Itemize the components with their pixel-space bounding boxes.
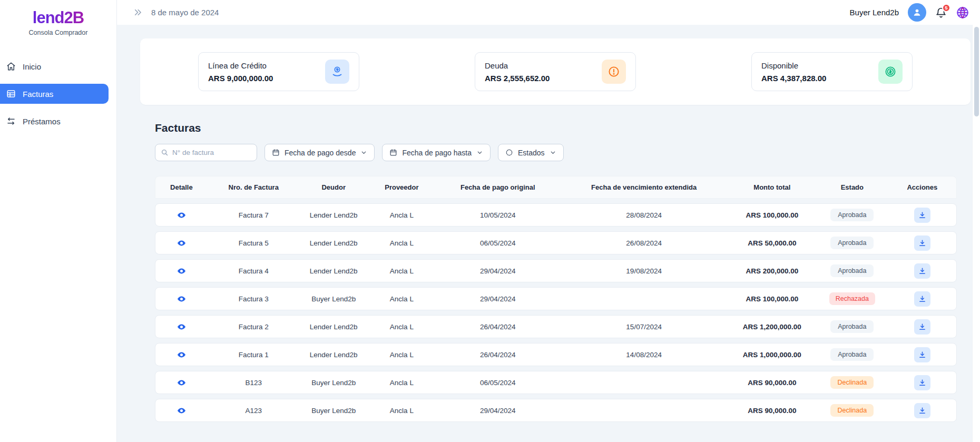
invoice-number: Factura 5 bbox=[208, 239, 300, 247]
transfer-icon bbox=[6, 116, 16, 126]
card-title: Deuda bbox=[485, 61, 550, 70]
notifications-button[interactable]: 5 bbox=[935, 7, 947, 18]
table-body: Factura 7Lender Lend2bAncla L10/05/20242… bbox=[155, 203, 957, 422]
view-detail-button[interactable] bbox=[175, 349, 188, 361]
provider: Ancla L bbox=[368, 407, 436, 415]
total-amount: ARS 1,200,000.00 bbox=[728, 323, 816, 331]
original-pay-date: 26/04/2024 bbox=[436, 351, 560, 359]
language-globe-icon[interactable] bbox=[956, 6, 969, 19]
column-header: Monto total bbox=[728, 183, 816, 191]
download-button[interactable] bbox=[914, 208, 930, 223]
user-avatar[interactable] bbox=[908, 3, 926, 22]
filter-label: Estados bbox=[518, 149, 545, 157]
total-amount: ARS 100,000.00 bbox=[728, 295, 816, 303]
card-amount: ARS 9,000,000.00 bbox=[208, 74, 273, 83]
sidebar-item-facturas[interactable]: Facturas bbox=[0, 84, 109, 104]
table-row: B123Buyer Lend2bAncla L06/05/2024ARS 90,… bbox=[155, 371, 957, 394]
eye-icon bbox=[177, 294, 186, 303]
scrollbar-thumb[interactable] bbox=[974, 27, 979, 116]
download-icon bbox=[918, 267, 926, 275]
eye-icon bbox=[177, 211, 186, 220]
column-header: Nro. de Factura bbox=[208, 183, 300, 191]
sidebar-item-label: Préstamos bbox=[23, 117, 61, 126]
invoice-number: Factura 7 bbox=[208, 211, 300, 219]
sidebar-item-inicio[interactable]: Inicio bbox=[0, 56, 116, 76]
total-amount: ARS 200,000.00 bbox=[728, 267, 816, 275]
table-row: Factura 3Buyer Lend2bAncla L29/04/2024AR… bbox=[155, 287, 957, 310]
states-filter[interactable]: Estados bbox=[498, 144, 564, 161]
search-input[interactable] bbox=[172, 149, 251, 156]
table-row: A123Buyer Lend2bAncla L29/04/2024ARS 90,… bbox=[155, 399, 957, 422]
status-badge: Aprobada bbox=[830, 237, 874, 249]
main-area: 8 de mayo de 2024 Buyer Lend2b 5 bbox=[117, 0, 980, 442]
download-icon bbox=[918, 295, 926, 303]
original-pay-date: 06/05/2024 bbox=[436, 239, 560, 247]
chevron-down-icon bbox=[360, 149, 367, 156]
person-icon bbox=[912, 7, 922, 17]
column-header: Fecha de pago original bbox=[436, 183, 560, 191]
column-header: Proveedor bbox=[368, 183, 436, 191]
alert-icon bbox=[602, 60, 626, 84]
download-button[interactable] bbox=[914, 347, 930, 362]
view-detail-button[interactable] bbox=[175, 237, 188, 249]
view-detail-button[interactable] bbox=[175, 265, 188, 277]
original-pay-date: 29/04/2024 bbox=[436, 407, 560, 415]
view-detail-button[interactable] bbox=[175, 405, 188, 417]
debtor: Buyer Lend2b bbox=[300, 407, 368, 415]
original-pay-date: 10/05/2024 bbox=[436, 211, 560, 219]
download-button[interactable] bbox=[914, 319, 930, 335]
card-title: Disponible bbox=[761, 61, 826, 70]
card-title: Línea de Crédito bbox=[208, 61, 273, 70]
debtor: Lender Lend2b bbox=[300, 211, 368, 219]
total-amount: ARS 100,000.00 bbox=[728, 211, 816, 219]
invoice-number: B123 bbox=[208, 379, 300, 387]
collapse-sidebar-icon[interactable] bbox=[133, 7, 143, 17]
invoice-number: Factura 2 bbox=[208, 323, 300, 331]
view-detail-button[interactable] bbox=[175, 209, 188, 221]
download-button[interactable] bbox=[914, 291, 930, 307]
download-icon bbox=[918, 239, 926, 247]
column-header: Fecha de vencimiento extendida bbox=[560, 183, 728, 191]
debt-card: Deuda ARS 2,555,652.00 bbox=[475, 52, 636, 91]
brand-logo: lend2B bbox=[4, 8, 112, 27]
eye-icon bbox=[177, 406, 186, 415]
original-pay-date: 29/04/2024 bbox=[436, 267, 560, 275]
debtor: Lender Lend2b bbox=[300, 323, 368, 331]
download-icon bbox=[918, 211, 926, 219]
download-button[interactable] bbox=[914, 375, 930, 390]
provider: Ancla L bbox=[368, 295, 436, 303]
provider: Ancla L bbox=[368, 267, 436, 275]
download-icon bbox=[918, 351, 926, 359]
sidebar: lend2B Consola Comprador Inicio Facturas bbox=[0, 0, 117, 442]
download-button[interactable] bbox=[914, 235, 930, 251]
view-detail-button[interactable] bbox=[175, 321, 188, 333]
scrollbar[interactable] bbox=[972, 25, 980, 442]
sidebar-item-label: Facturas bbox=[23, 90, 53, 99]
notification-count-badge: 5 bbox=[942, 4, 950, 12]
page-title: Facturas bbox=[155, 122, 957, 134]
table-row: Factura 7Lender Lend2bAncla L10/05/20242… bbox=[155, 203, 957, 227]
view-detail-button[interactable] bbox=[175, 293, 188, 305]
total-amount: ARS 1,000,000.00 bbox=[728, 351, 816, 359]
search-icon bbox=[161, 149, 169, 156]
column-header: Acciones bbox=[888, 183, 956, 191]
view-detail-button[interactable] bbox=[175, 377, 188, 389]
eye-icon bbox=[177, 267, 186, 276]
status-badge: Aprobada bbox=[830, 264, 874, 277]
date-from-filter[interactable]: Fecha de pago desde bbox=[264, 144, 375, 161]
download-button[interactable] bbox=[914, 263, 930, 279]
invoice-number: Factura 3 bbox=[208, 295, 300, 303]
date-to-filter[interactable]: Fecha de pago hasta bbox=[382, 144, 491, 161]
debtor: Lender Lend2b bbox=[300, 351, 368, 359]
download-icon bbox=[918, 323, 926, 331]
column-header: Deudor bbox=[300, 183, 368, 191]
download-button[interactable] bbox=[914, 403, 930, 418]
sidebar-item-prestamos[interactable]: Préstamos bbox=[0, 111, 116, 131]
user-name: Buyer Lend2b bbox=[850, 8, 899, 17]
original-pay-date: 26/04/2024 bbox=[436, 323, 560, 331]
total-amount: ARS 90,000.00 bbox=[728, 379, 816, 387]
table-row: Factura 4Lender Lend2bAncla L29/04/20241… bbox=[155, 259, 957, 282]
debtor: Lender Lend2b bbox=[300, 239, 368, 247]
debtor: Buyer Lend2b bbox=[300, 379, 368, 387]
credit-line-icon bbox=[325, 60, 349, 84]
